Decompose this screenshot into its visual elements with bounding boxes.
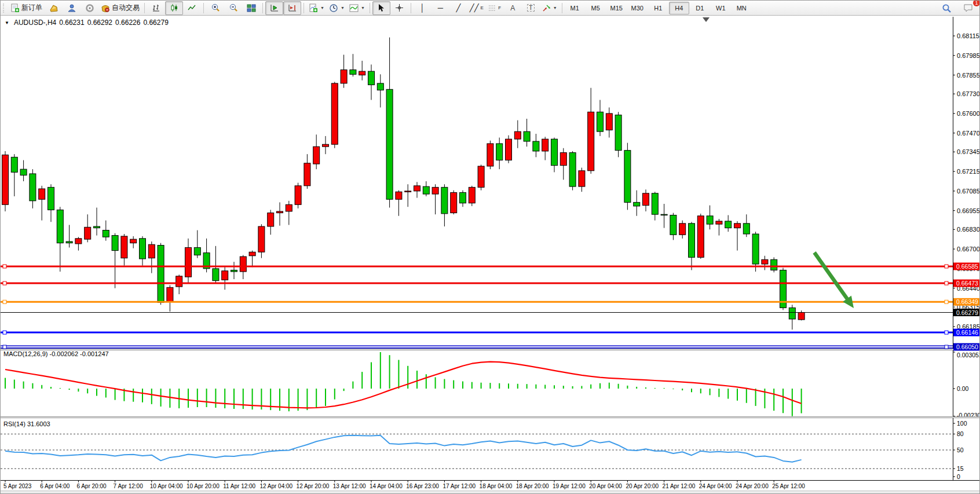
chat-badge: 1 <box>973 0 980 6</box>
fibonacci-icon <box>488 4 496 12</box>
line-handle[interactable] <box>945 331 948 334</box>
fibonacci-button[interactable]: F <box>486 1 504 15</box>
arrow-object[interactable] <box>814 253 854 308</box>
price-tick-label: 0.66830 <box>957 226 980 233</box>
trendline-button[interactable]: ╱ <box>449 1 467 15</box>
text-icon: A <box>510 5 515 12</box>
high-value: 0.66292 <box>87 19 112 27</box>
cursor-button[interactable] <box>372 1 390 15</box>
zoom-in-button[interactable] <box>206 1 224 15</box>
svg-text:0.66146: 0.66146 <box>956 329 978 336</box>
trendline-icon: ╱ <box>456 4 460 12</box>
price-tick-label: 0.67855 <box>957 72 980 79</box>
line-handle[interactable] <box>3 265 6 268</box>
vline-button[interactable]: │ <box>414 1 432 15</box>
rsi-levels <box>1 434 953 469</box>
line-view-button[interactable] <box>183 1 201 15</box>
text-button[interactable]: A <box>504 1 522 15</box>
time-axis[interactable]: 5 Apr 20236 Apr 04:006 Apr 20:007 Apr 12… <box>1 480 980 489</box>
timeframe-button-M30[interactable]: M30 <box>627 2 648 14</box>
timeframe-button-D1[interactable]: D1 <box>690 2 710 14</box>
bars-view-button[interactable] <box>147 1 165 15</box>
price-tick-label: 0.67985 <box>957 52 980 59</box>
timeframe-label: M15 <box>610 5 623 12</box>
tile-windows-button[interactable] <box>242 1 260 15</box>
timeframe-label: H1 <box>654 5 662 12</box>
timeframes-caret-icon: ▼ <box>341 6 345 10</box>
profile-icon <box>67 3 76 13</box>
new-chart-button[interactable] <box>45 1 63 15</box>
pane-splitter[interactable] <box>1 349 980 350</box>
new-order-button[interactable]: 新订单 <box>8 1 45 15</box>
current-price-badge: 0.66279 <box>953 309 980 316</box>
chart-shift-button[interactable] <box>283 1 301 15</box>
price-tick-label: 0.67345 <box>957 148 980 155</box>
horizontal-line-icon: ─ <box>438 4 443 12</box>
time-tick-label: 10 Apr 04:00 <box>150 483 183 489</box>
candles-chart-icon <box>170 3 178 12</box>
rsi-tick-label: 0 <box>957 473 960 480</box>
timeframe-button-M5[interactable]: M5 <box>586 2 606 14</box>
toolbar-separator <box>262 3 263 13</box>
chart-shift-marker[interactable] <box>703 17 710 22</box>
timeframe-button-MN[interactable]: MN <box>732 2 752 14</box>
chat-button[interactable]: 1 <box>959 1 977 15</box>
horizontal-line-object[interactable] <box>1 345 953 349</box>
bars-chart-icon <box>152 3 160 12</box>
timeframes-menu-button[interactable]: ▼ <box>327 1 347 15</box>
time-tick-label: 18 Apr 20:00 <box>516 483 549 489</box>
timeframe-button-H4[interactable]: H4 <box>669 2 689 14</box>
timeframe-button-H1[interactable]: H1 <box>648 2 668 14</box>
zoom-out-button[interactable] <box>224 1 242 15</box>
candles-view-button[interactable] <box>165 1 183 15</box>
timeframe-button-M1[interactable]: M1 <box>565 2 585 14</box>
toolbar-drag-handle[interactable] <box>3 3 6 13</box>
chart-canvas: 0.681150.679850.678550.677300.676000.674… <box>1 16 980 494</box>
horizontal-line-object[interactable] <box>1 331 953 334</box>
auto-trading-label: 自动交易 <box>112 3 140 13</box>
chart-title[interactable]: ▼ AUDUSD-,H4 0.66231 0.66292 0.66226 0.6… <box>5 19 169 27</box>
time-tick-label: 16 Apr 23:00 <box>406 483 439 489</box>
time-tick-label: 20 Apr 04:00 <box>589 483 622 489</box>
line-handle[interactable] <box>3 345 6 349</box>
pane-splitter[interactable] <box>1 417 980 418</box>
search-icon <box>942 3 952 13</box>
horizontal-line-object[interactable] <box>1 281 953 285</box>
timeframe-button-W1[interactable]: W1 <box>711 2 731 14</box>
horizontal-line-object[interactable] <box>1 265 953 268</box>
line-handle[interactable] <box>945 300 948 303</box>
rsi-tick-label: 15 <box>957 465 964 472</box>
timeframe-label: M30 <box>631 5 643 12</box>
line-handle[interactable] <box>3 281 6 285</box>
line-handle[interactable] <box>945 345 948 349</box>
toolbar: 新订单 自动交易 <box>1 1 980 16</box>
line-handle[interactable] <box>3 300 6 303</box>
timeframe-button-M15[interactable]: M15 <box>606 2 627 14</box>
community-button[interactable] <box>81 1 98 15</box>
auto-scroll-button[interactable] <box>265 1 283 15</box>
search-button[interactable] <box>938 1 956 15</box>
templates-button[interactable]: ▼ <box>347 1 367 15</box>
indicators-button[interactable]: ▼ <box>306 1 327 15</box>
channel-sub-label: E <box>480 5 483 10</box>
auto-trading-button[interactable]: 自动交易 <box>98 1 142 15</box>
line-handle[interactable] <box>945 281 948 285</box>
price-axis[interactable]: 0.681150.679850.678550.677300.676000.674… <box>953 17 980 480</box>
svg-text:0.66050: 0.66050 <box>956 343 978 350</box>
crosshair-button[interactable] <box>390 1 408 15</box>
label-button[interactable]: T <box>522 1 540 15</box>
time-tick-label: 13 Apr 12:00 <box>333 483 366 489</box>
profile-button[interactable] <box>63 1 81 15</box>
horizontal-line-object[interactable] <box>1 300 953 303</box>
rsi-tick-label: 100 <box>957 420 967 427</box>
line-handle[interactable] <box>3 331 6 334</box>
price-tick-label: 0.67215 <box>957 168 980 175</box>
time-tick-label: 17 Apr 12:00 <box>443 483 476 489</box>
axis-price-badge: 0.66473 <box>953 280 980 287</box>
line-handle[interactable] <box>945 265 948 268</box>
hline-button[interactable]: ─ <box>432 1 449 15</box>
equidistant-channel-button[interactable]: ╱╱E <box>467 1 486 15</box>
crosshair-icon <box>395 3 404 12</box>
shapes-button[interactable]: ▼ <box>540 1 560 15</box>
zoom-out-icon <box>229 3 238 13</box>
